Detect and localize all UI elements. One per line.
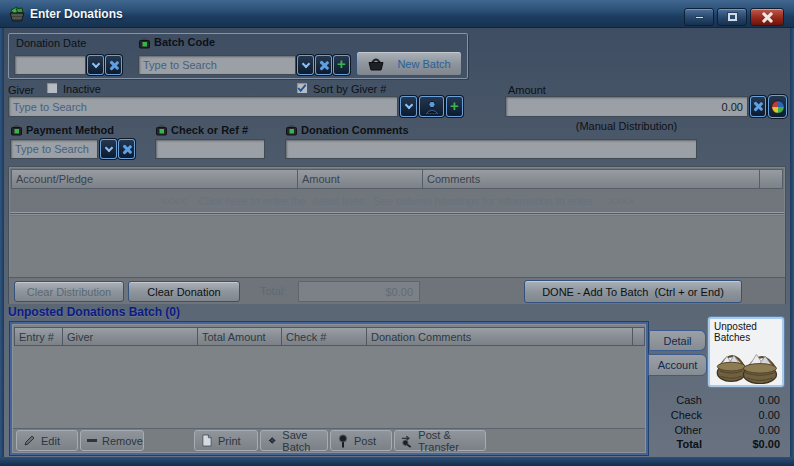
payment-method-label: Payment Method: [26, 124, 114, 136]
enter-donations-window: Enter Donations Donation Date Batch Code…: [0, 0, 794, 466]
donation-basket-icon: [8, 6, 26, 24]
donation-date-clear-button[interactable]: [105, 55, 122, 75]
post-label: Post: [354, 435, 376, 447]
tab-account[interactable]: Account: [648, 354, 707, 376]
amount-clear-button[interactable]: [750, 96, 766, 117]
post-and-transfer-button[interactable]: Post & Transfer: [394, 430, 486, 451]
chevron-down-icon: [104, 143, 112, 151]
pin-arrow-icon: [401, 434, 413, 448]
donation-date-label: Donation Date: [16, 37, 86, 49]
payment-method-dropdown-button[interactable]: [100, 139, 117, 159]
check-value: 0.00: [710, 409, 780, 421]
new-batch-label: New Batch: [397, 58, 450, 70]
unposted-batches-label-line1: Unposted: [710, 321, 757, 332]
tab-detail[interactable]: Detail: [650, 330, 706, 351]
detail-entry-instruction[interactable]: <<<< Click here to enter the detail line…: [10, 191, 784, 211]
manual-distribution-note: (Manual Distribution): [505, 120, 748, 132]
total-summary-label: Total: [630, 438, 702, 450]
clear-donation-button[interactable]: Clear Donation: [128, 281, 240, 302]
remove-label: Remove: [102, 435, 143, 447]
print-button[interactable]: Print: [194, 430, 258, 451]
batch-column-check[interactable]: Check #: [282, 327, 367, 346]
batch-code-clear-button[interactable]: [315, 55, 332, 75]
batch-column-donation-comments[interactable]: Donation Comments: [367, 327, 633, 346]
minimize-icon: [695, 16, 704, 19]
summary-row-check: Check 0.00: [630, 409, 780, 421]
check-or-ref-input[interactable]: [155, 139, 265, 159]
giver-dropdown-button[interactable]: [400, 96, 417, 117]
edit-label: Edit: [41, 435, 60, 447]
batch-code-add-button[interactable]: +: [333, 55, 350, 75]
detail-column-amount[interactable]: Amount: [298, 169, 423, 189]
payment-method-clear-button[interactable]: [118, 139, 135, 159]
save-icon: [267, 434, 277, 447]
clear-x-icon: [109, 61, 118, 70]
other-value: 0.00: [710, 424, 780, 436]
summary-row-cash: Cash 0.00: [630, 394, 780, 406]
batch-column-total-amount[interactable]: Total Amount: [198, 327, 282, 346]
minimize-button[interactable]: [684, 8, 714, 26]
amount-input[interactable]: [505, 96, 748, 117]
unposted-batches-button[interactable]: Unposted Batches: [708, 317, 784, 387]
payment-method-input[interactable]: [10, 139, 98, 159]
inactive-checkbox[interactable]: [46, 82, 58, 94]
chevron-down-icon: [301, 59, 309, 67]
sort-by-giver-checkbox[interactable]: [296, 82, 308, 94]
detail-column-extra: [760, 169, 783, 189]
clear-x-icon: [319, 61, 328, 70]
cash-label: Cash: [630, 394, 702, 406]
batch-basket-icon: [138, 36, 151, 51]
unposted-batch-title: Unposted Donations Batch (0): [8, 305, 180, 319]
distribution-pie-button[interactable]: [768, 95, 787, 118]
save-batch-label: Save Batch: [282, 429, 327, 453]
person-icon: [424, 100, 440, 114]
detail-column-comments[interactable]: Comments: [423, 169, 760, 189]
post-button[interactable]: Post: [330, 430, 392, 451]
save-batch-button[interactable]: Save Batch: [260, 430, 328, 451]
sort-by-giver-label: Sort by Giver #: [313, 83, 386, 95]
total-summary-value: $0.00: [710, 438, 780, 450]
giver-add-button[interactable]: +: [446, 96, 463, 117]
total-value-field: $0.00: [298, 281, 420, 302]
donation-comments-input[interactable]: [285, 139, 697, 159]
batch-column-extra: [633, 327, 645, 346]
summary-row-other: Other 0.00: [630, 424, 780, 436]
comments-basket-icon: [285, 123, 298, 138]
batch-code-search-input[interactable]: [138, 55, 296, 75]
donation-date-input[interactable]: [14, 55, 86, 75]
done-add-to-batch-button[interactable]: DONE - Add To Batch (Ctrl + or End): [524, 280, 742, 303]
giver-search-input[interactable]: [8, 96, 398, 117]
new-batch-button[interactable]: New Batch: [356, 51, 462, 76]
window-border-right: [790, 28, 794, 458]
edit-button[interactable]: Edit: [16, 430, 78, 451]
batch-column-giver[interactable]: Giver: [63, 327, 198, 346]
close-icon: [762, 12, 773, 23]
unposted-batches-label-line2: Batches: [710, 332, 750, 343]
maximize-button[interactable]: [717, 8, 747, 26]
donation-comments-label: Donation Comments: [301, 124, 409, 136]
pencil-icon: [23, 434, 36, 447]
close-button[interactable]: [750, 8, 784, 26]
window-title: Enter Donations: [30, 7, 123, 21]
clear-x-icon: [754, 102, 763, 111]
clear-x-icon: [122, 145, 131, 154]
pin-icon: [337, 434, 349, 448]
summary-row-total: Total $0.00: [630, 438, 780, 450]
plus-icon: +: [450, 101, 459, 111]
donation-date-dropdown-button[interactable]: [87, 55, 104, 75]
check-basket-icon: [155, 123, 168, 138]
detail-column-account-pledge[interactable]: Account/Pledge: [11, 169, 298, 189]
remove-button[interactable]: Remove: [80, 430, 144, 451]
batch-column-entry[interactable]: Entry #: [14, 327, 63, 346]
detail-separator: [10, 212, 784, 215]
pie-chart-icon: [771, 100, 785, 114]
batch-code-dropdown-button[interactable]: [297, 55, 314, 75]
minus-icon: [87, 439, 97, 442]
post-and-transfer-label: Post & Transfer: [418, 429, 485, 453]
giver-label: Giver: [8, 84, 34, 96]
giver-lookup-button[interactable]: [419, 96, 444, 117]
payment-basket-icon: [10, 123, 23, 138]
clear-distribution-button[interactable]: Clear Distribution: [14, 281, 124, 302]
detail-empty-area[interactable]: [10, 216, 784, 277]
other-label: Other: [630, 424, 702, 436]
